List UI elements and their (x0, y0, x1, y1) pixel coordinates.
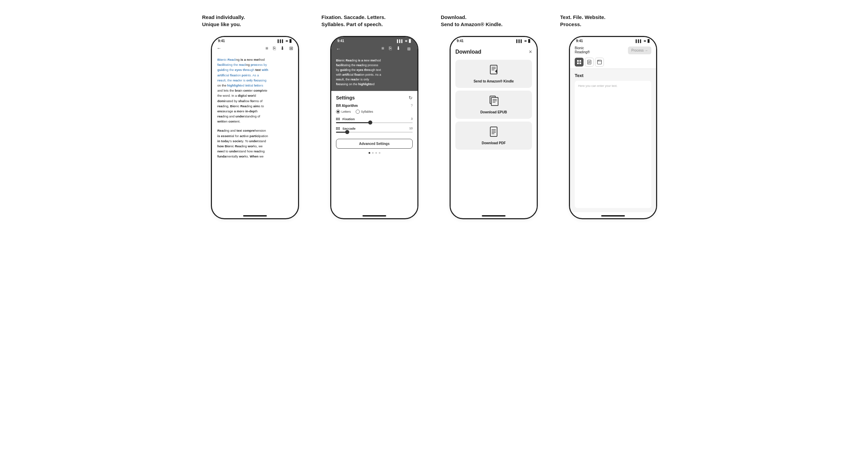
phone-frame-4: 9:41 ▌▌▌ ≋ ▊ Bionic Reading® Process → (569, 36, 657, 219)
status-icons-2: ▌▌▌ ≋ ▊ (397, 39, 411, 43)
fixation-track[interactable] (336, 122, 413, 123)
status-icons-1: ▌▌▌ ≋ ▊ (278, 39, 292, 43)
input-section: Text Here you can enter your text. (570, 69, 656, 212)
battery-icon-3: ▊ (528, 39, 531, 43)
caption-2: Fixation. Saccade. Letters. Syllables. P… (320, 14, 429, 28)
fixation-slider-row: Fixation 3 (336, 117, 413, 123)
status-time-2: 9:41 (337, 39, 344, 43)
caption-3-line1: Download. (441, 14, 467, 20)
mode-tab-file[interactable] (585, 58, 594, 67)
bookmark-icon[interactable]: ⎘ (273, 45, 276, 51)
phone-column-1: Read individually. Unique like you. 9:41… (201, 14, 309, 219)
battery-icon-2: ▊ (409, 39, 411, 43)
download-header: Download × (455, 49, 532, 55)
brand-line1: Bionic (575, 46, 584, 50)
advanced-settings-button[interactable]: Advanced Settings (336, 139, 413, 149)
reading-text-1: Bionic Reading is a new method facilitat… (212, 53, 298, 167)
radio-circle-letters (336, 110, 340, 114)
fixation-value: 3 (411, 117, 413, 120)
saccade-track[interactable] (336, 132, 413, 133)
svg-point-24 (598, 60, 598, 61)
saccade-label-row: Saccade 10 (336, 127, 413, 130)
bookmark-icon-2[interactable]: ⎘ (389, 45, 392, 52)
radio-row: Letters Syllables (336, 110, 413, 114)
dot-1 (369, 152, 370, 154)
signal-icon-4: ▌▌▌ (636, 39, 642, 43)
text-input-area[interactable]: Here you can enter your text. (575, 81, 651, 208)
wifi-icon: ≋ (285, 39, 288, 43)
pdf-icon (488, 126, 499, 139)
text-placeholder: Here you can enter your text. (578, 84, 617, 88)
process-button[interactable]: Process → (628, 46, 651, 54)
dot-2 (372, 152, 374, 154)
phone-content-1: Bionic Reading is a new method facilitat… (212, 53, 298, 212)
signal-icon-2: ▌▌▌ (397, 39, 403, 43)
radio-syllables[interactable]: Syllables (356, 110, 373, 114)
br-algorithm-label: BR Algorithm ? (336, 104, 413, 108)
input-label: Text (575, 73, 651, 78)
settings-title: Settings (336, 95, 355, 100)
caption-3: Download. Send to Amazon® Kindle. (439, 14, 548, 28)
nav-icons-2: ≡ ⎘ ⬇ ⊞ (381, 45, 413, 52)
home-indicator-1 (212, 212, 298, 218)
fixation-label-row: Fixation 3 (336, 117, 413, 121)
phone-column-4: Text. File. Website. Process. 9:41 ▌▌▌ ≋… (559, 14, 667, 219)
saccade-value: 10 (409, 127, 413, 130)
signal-icon-3: ▌▌▌ (516, 39, 523, 43)
settings-icon-2[interactable]: ⊞ (405, 45, 413, 52)
svg-point-25 (599, 60, 599, 61)
caption-2-line2: Syllables. Part of speech. (321, 21, 383, 27)
mode-tab-web[interactable] (595, 58, 604, 67)
epub-label: Download EPUB (480, 110, 507, 114)
svg-rect-17 (579, 62, 581, 64)
download-title: Download (455, 49, 481, 55)
settings-title-row: Settings ↻ (336, 95, 413, 100)
phone-column-3: Download. Send to Amazon® Kindle. 9:41 ▌… (439, 14, 548, 219)
caption-1-line1: Read individually. (202, 14, 245, 20)
signal-icon: ▌▌▌ (278, 39, 284, 43)
status-time-3: 9:41 (457, 39, 463, 43)
download-icon[interactable]: ⬇ (280, 45, 284, 51)
pdf-label: Download PDF (482, 141, 506, 145)
status-icons-3: ▌▌▌ ≋ ▊ (516, 39, 531, 43)
dot-3 (375, 152, 377, 154)
kindle-label: Send to Amazon® Kindle (474, 79, 514, 83)
nav-bar-1: ← ≡ ⎘ ⬇ ⊞ (212, 44, 298, 53)
caption-3-line2: Send to Amazon® Kindle. (441, 21, 502, 27)
nav-icons-1: ≡ ⎘ ⬇ ⊞ (265, 45, 293, 51)
menu-icon[interactable]: ≡ (265, 45, 268, 51)
fixation-thumb[interactable] (368, 120, 372, 125)
radio-letters[interactable]: Letters (336, 110, 351, 114)
phone-frame-3: 9:41 ▌▌▌ ≋ ▊ Download × (450, 36, 538, 219)
syllables-label: Syllables (361, 110, 373, 113)
epub-option[interactable]: Download EPUB (455, 91, 532, 119)
back-icon[interactable]: ← (217, 45, 221, 51)
svg-rect-15 (579, 60, 581, 62)
reset-icon[interactable]: ↻ (409, 95, 413, 100)
settings-icon[interactable]: ⊞ (289, 45, 293, 51)
home-indicator-3 (451, 212, 537, 218)
caption-1: Read individually. Unique like you. (201, 14, 309, 28)
kindle-option[interactable]: Send to Amazon® Kindle (455, 60, 532, 88)
letters-label: Letters (341, 110, 351, 113)
download-icon-2[interactable]: ⬇ (396, 45, 400, 52)
home-indicator-2 (331, 212, 417, 218)
phone-frame-1: 9:41 ▌▌▌ ≋ ▊ ← ≡ ⎘ ⬇ ⊞ Bio (211, 36, 299, 219)
radio-circle-syllables (356, 110, 360, 114)
svg-rect-9 (490, 127, 497, 136)
menu-icon-2[interactable]: ≡ (381, 45, 384, 52)
brand-line2: Reading® (575, 50, 590, 54)
pagination-dots (336, 152, 413, 154)
home-indicator-4 (570, 212, 656, 218)
fixation-label: Fixation (336, 117, 355, 121)
caption-4-line1: Text. File. Website. (560, 14, 606, 20)
status-icons-4: ▌▌▌ ≋ ▊ (636, 39, 650, 43)
status-bar-2: 9:41 ▌▌▌ ≋ ▊ (331, 37, 417, 44)
back-icon-2[interactable]: ← (336, 46, 341, 52)
mode-tab-text[interactable] (575, 58, 584, 67)
pdf-option[interactable]: Download PDF (455, 122, 532, 150)
saccade-thumb[interactable] (345, 130, 349, 134)
close-button[interactable]: × (529, 49, 532, 55)
question-icon[interactable]: ? (411, 104, 413, 108)
fixation-fill (336, 122, 371, 123)
